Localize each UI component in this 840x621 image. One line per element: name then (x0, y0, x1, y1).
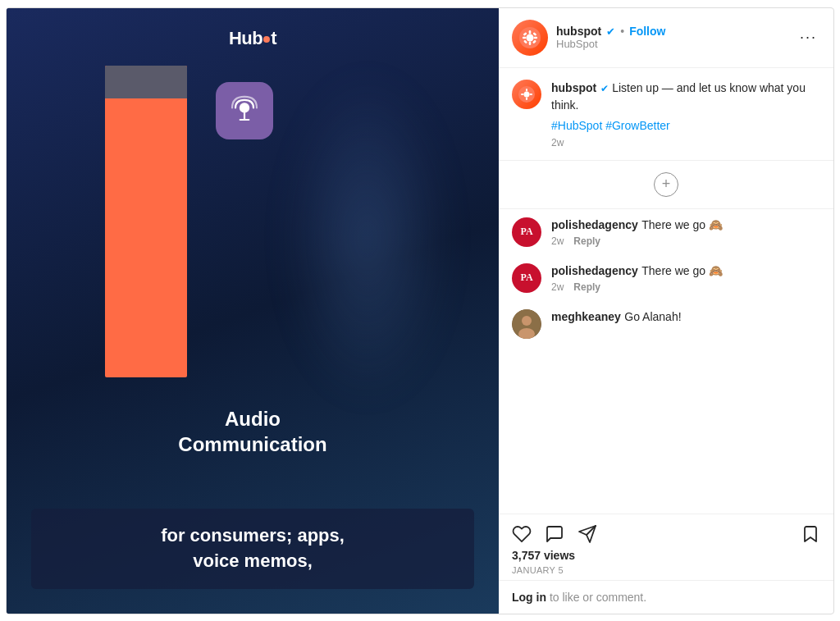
comment-reply-1[interactable]: Reply (573, 235, 600, 247)
load-more-section: + (499, 161, 833, 209)
post-date: January 5 (512, 565, 820, 575)
svg-rect-16 (526, 97, 527, 100)
separator: • (620, 25, 624, 38)
account-info: hubspot ✔ • Follow HubSpot (556, 25, 788, 50)
comment-avatar-3 (512, 309, 541, 339)
header-avatar (512, 20, 548, 56)
post-actions: 3,757 views January 5 (499, 514, 833, 580)
comments-section: PA polishedagency There we go 🙈 2w Reply… (499, 209, 833, 514)
views-count: 3,757 views (512, 549, 820, 562)
comment-time-2: 2w (551, 281, 564, 293)
plus-icon: + (662, 176, 671, 193)
megh-avatar-img (512, 309, 541, 339)
audio-communication-text: AudioCommunication (7, 406, 499, 457)
comment-meta-2: 2w Reply (551, 281, 820, 293)
comment-text-2: There we go 🙈 (641, 264, 723, 277)
svg-rect-7 (523, 36, 527, 39)
person-blur-effect (285, 74, 450, 402)
load-more-button[interactable]: + (654, 172, 678, 197)
svg-rect-5 (529, 30, 532, 34)
svg-point-4 (526, 34, 533, 41)
comment-item: PA polishedagency There we go 🙈 2w Reply (499, 209, 833, 255)
follow-button[interactable]: Follow (629, 25, 665, 38)
bookmark-icon (801, 524, 820, 544)
comment-item: PA polishedagency There we go 🙈 2w Reply (499, 255, 833, 301)
comment-text-1: There we go 🙈 (641, 218, 723, 231)
comment-username-1: polishedagency (551, 218, 638, 231)
comment-body-1: polishedagency There we go 🙈 2w Reply (551, 217, 820, 247)
subtitle-text: for consumers; apps,voice memos, (51, 523, 454, 574)
caption-verified: ✔ (600, 83, 609, 94)
account-display-name: HubSpot (556, 38, 788, 50)
svg-rect-17 (521, 94, 524, 95)
login-row: Log in to like or comment. (499, 580, 833, 614)
svg-point-14 (524, 91, 530, 97)
svg-point-20 (522, 316, 532, 326)
login-link[interactable]: Log in (512, 591, 546, 604)
header-username: hubspot (556, 25, 601, 38)
send-icon (578, 524, 597, 544)
login-suffix: to like or comment. (546, 591, 646, 604)
more-options-button[interactable]: ··· (797, 29, 820, 46)
action-icons-row (512, 524, 820, 544)
comment-avatar-2: PA (512, 263, 541, 293)
heart-icon (512, 524, 532, 544)
comment-reply-2[interactable]: Reply (573, 281, 600, 293)
post-media-panel: Hubt AudioCommunication for consu (7, 8, 499, 614)
caption-avatar (512, 80, 541, 109)
post-info-panel: hubspot ✔ • Follow HubSpot ··· (499, 8, 833, 614)
comment-body-3: meghkeaney Go Alanah! (551, 309, 820, 327)
comment-meta-1: 2w Reply (551, 235, 820, 247)
caption-content: hubspot ✔ Listen up — and let us know wh… (551, 80, 820, 148)
comment-body-2: polishedagency There we go 🙈 2w Reply (551, 263, 820, 293)
comment-username-3: meghkeaney (551, 310, 621, 323)
bar-top-gray (105, 66, 187, 98)
svg-rect-8 (534, 36, 538, 39)
svg-point-0 (240, 103, 249, 112)
svg-rect-6 (529, 41, 532, 45)
svg-rect-18 (530, 94, 533, 95)
caption-timestamp: 2w (551, 137, 820, 148)
podcast-icon (216, 82, 273, 139)
comment-icon (545, 524, 564, 544)
comment-avatar-1: PA (512, 217, 541, 247)
bookmark-button[interactable] (801, 524, 820, 544)
post-caption: hubspot ✔ Listen up — and let us know wh… (499, 68, 833, 161)
instagram-post: Hubt AudioCommunication for consu (6, 7, 834, 614)
comment-item: meghkeaney Go Alanah! (499, 301, 833, 347)
verified-badge: ✔ (606, 25, 615, 38)
svg-rect-15 (526, 89, 527, 92)
share-button[interactable] (578, 524, 597, 544)
logo-dot (263, 36, 270, 43)
comment-button[interactable] (545, 524, 564, 544)
subtitle-box: for consumers; apps,voice memos, (31, 509, 474, 589)
post-header: hubspot ✔ • Follow HubSpot ··· (499, 8, 833, 68)
caption-hashtags[interactable]: #HubSpot #GrowBetter (551, 119, 820, 132)
comment-text-3: Go Alanah! (624, 310, 681, 323)
like-button[interactable] (512, 524, 532, 544)
username-row: hubspot ✔ • Follow (556, 25, 788, 38)
comment-time-1: 2w (551, 235, 564, 247)
hubspot-logo-overlay: Hubt (229, 28, 276, 49)
comment-username-2: polishedagency (551, 264, 638, 277)
caption-username: hubspot (551, 81, 596, 94)
orange-vertical-bar (105, 66, 187, 377)
audio-title: AudioCommunication (7, 406, 499, 457)
